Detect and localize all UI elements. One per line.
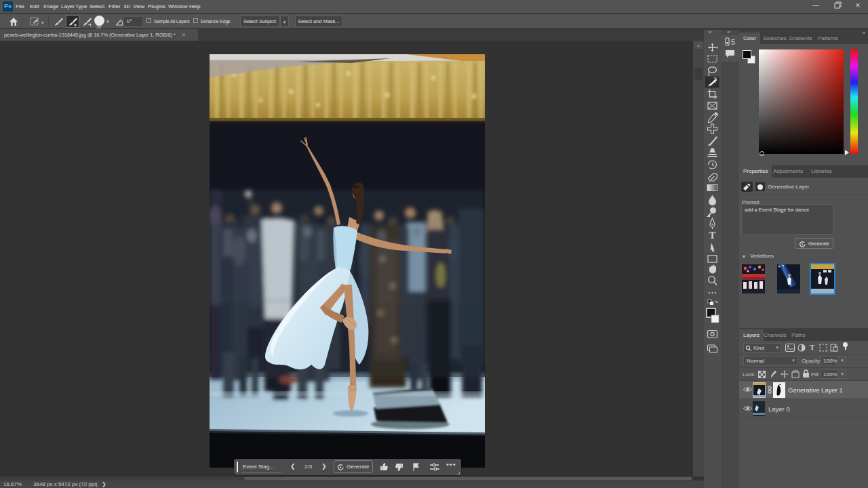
svg-text:T: T <box>709 230 715 241</box>
svg-text:5: 5 <box>731 38 735 46</box>
